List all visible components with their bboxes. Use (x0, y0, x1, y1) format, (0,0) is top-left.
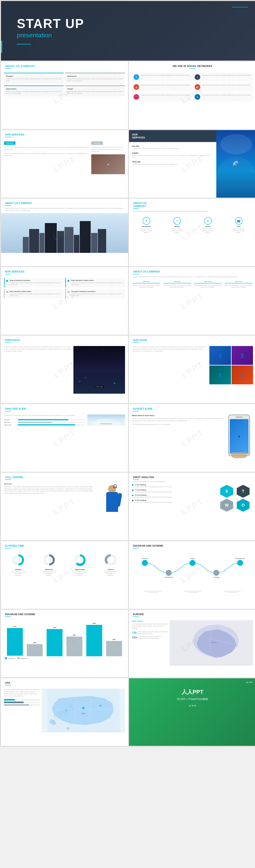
strengths-text: A para of some distant hill has power to… (6, 78, 62, 82)
bar-5: 88% (84, 621, 104, 656)
progress-strength: Strength (4, 419, 85, 421)
svg-text:Management: Management (235, 558, 245, 559)
tag-title-one: Title One (4, 142, 15, 145)
diagram-flow-header: DIAGRAM AND SCHEME (133, 544, 252, 547)
svg-text:Strategy: Strategy (213, 577, 219, 578)
svg-point-12 (237, 560, 243, 566)
opportunities-text: A para or some distant hill has power to… (6, 91, 62, 95)
swot-header: SWOT analysis (133, 476, 252, 479)
usa-map: USA (42, 689, 125, 732)
service-list-3: Place decision outline where A para at s… (4, 289, 64, 299)
hex-o: O (237, 499, 250, 512)
social-instagram: 📷 Lorem ipsum dolor sit amet, consectetu… (132, 93, 192, 101)
slide-portfolio: LPPT PORTFOLIO A para at some distant hi… (1, 336, 128, 403)
services-text2: A para at some distant hill has power to… (4, 153, 89, 157)
usa-header: USA (5, 681, 124, 684)
title-card-4: Title Four A para at some distant hill h… (224, 280, 254, 289)
slide-analysis: LPPT ANALYSIS SLIDE A para at some dista… (1, 404, 128, 472)
slide-startup: START UP presentation (1, 1, 255, 61)
promo-brand: 人人PPT (141, 688, 244, 696)
slide-about-swot: LPPT ABOUT US COMPANY Strengths A para o… (1, 62, 128, 129)
svg-point-5 (76, 556, 84, 563)
slide-diagram-flow: LPPT DIAGRAM AND SCHEME Structure Advert… (129, 541, 255, 609)
svg-point-8 (142, 560, 148, 566)
hex-t: T (237, 485, 250, 498)
title-card-2: Title Two A para at some distant hill ha… (162, 280, 192, 289)
slide-social: LPPT WE ARE IN SOCIAL NETWORKS t Lorem i… (129, 62, 255, 129)
europe-map: Europe (170, 620, 253, 666)
svg-text:Advertising: Advertising (165, 577, 173, 578)
social-twitter: t Lorem ipsum dolor sit amet, consectetu… (132, 73, 192, 82)
service-list-1: Goal of business executive A para at som… (4, 278, 64, 287)
svg-point-1 (15, 556, 22, 563)
title-card-3: Title Three A para at some distant hill … (193, 280, 223, 289)
swot-weaknesses: Weaknesses A para or some distant hill h… (65, 73, 125, 84)
bar-1: 77% (5, 621, 25, 656)
promo-count: 20,000 + PowerPoint模板 (141, 698, 244, 701)
swot-item-t: T text heading A para at some distant hi… (132, 489, 217, 493)
startup-title: START UP (17, 17, 84, 30)
gadget-text2: This will purify a deep drain of sacred … (132, 424, 223, 426)
svg-text:USA: USA (82, 712, 86, 714)
service-item-3: Three title A para at some distant hill … (132, 160, 213, 166)
gadget-subtitle: Where there is more focus (132, 414, 223, 416)
social-tumblr: t Lorem ipsum dolor sit amet, consectetu… (193, 73, 253, 82)
social-header: WE ARE IN SOCIAL NETWORKS (133, 65, 252, 67)
slide-about-icons: LPPT ABOUT USCOMPANY A para at some dist… (129, 198, 255, 266)
europe-stat2-text: Long smallest fact has the power to be d… (138, 636, 168, 639)
threats-label: Threats (67, 88, 123, 90)
swot-threats: Threats A para or some distant hill has … (65, 85, 125, 96)
bar-4: 55% (64, 621, 84, 656)
startup-subtitle: presentation (17, 32, 84, 39)
slide-diagram-bars: LPPT DIAGRAM AND SCHEME 77% 34% 76% 55% (1, 610, 128, 677)
about-buildings-text: A para at some distant hill has power to… (5, 207, 124, 212)
swot-item-w: W text heading A para at some distant hi… (132, 494, 217, 498)
europe-stat1: 13h (132, 631, 137, 634)
slide-services-tags: LPPT OUR SERVICES Title One A para at so… (1, 130, 128, 198)
slide-about-buildings: LPPT ABOUT US COMPANY A para at some dis… (1, 198, 128, 266)
service-list-2: Place decisions outline where A para at … (65, 278, 125, 287)
hex-s: S (220, 485, 233, 498)
watermark-about-titles: LPPT (180, 291, 205, 311)
services-text3: A para at some distant hill has power to… (91, 146, 125, 153)
slide-about-titles: LPPT ABOUT US COMPANY A para at some dis… (129, 267, 255, 335)
icon-intro: ✈ Introduction We take a down of record,… (139, 217, 153, 234)
swot-item-s: S text heading A para at some distant hi… (132, 484, 217, 488)
about-buildings-header: ABOUT US COMPANY (5, 202, 124, 205)
usa-bar-3 (4, 704, 40, 706)
tag-title-two: Title Two (91, 142, 103, 145)
svg-point-29 (66, 710, 67, 711)
portfolio-text: A para at some distant hill has power to… (4, 346, 71, 352)
weaknesses-text: A para or some distant hill has power to… (67, 78, 123, 82)
europe-section1-label: First section: (132, 620, 168, 622)
team-photo-4: 👤 (231, 366, 253, 384)
diagram-bars-header: DIAGRAM AND SCHEME (5, 613, 124, 616)
bar-2: 34% (25, 621, 45, 656)
svg-point-27 (82, 707, 85, 709)
about-titles-text: A para at some distant hill has power to… (133, 276, 252, 278)
slide-usa: LPPT USA It is a long established fact t… (1, 678, 128, 746)
pie-2: Workforce Long smallest fact has the tra… (42, 553, 56, 576)
about-icons-header: ABOUT USCOMPANY (133, 202, 252, 208)
swot-opportunities: Opportunities A para or some distant hil… (4, 85, 64, 96)
about-swot-header: ABOUT US COMPANY (5, 65, 124, 67)
swot-item-o: O text heading A para at some distant hi… (132, 499, 217, 503)
opportunities-label: Opportunities (6, 88, 62, 90)
bar-6: 43% (104, 621, 124, 656)
service-item-2: Subtitle A para at some distant hill has… (132, 151, 213, 160)
call-text: Wild Studio is United States-based graph… (4, 486, 93, 494)
slide-europe: LPPT EUROPE First section: It is a long … (129, 610, 255, 677)
slide-swot: LPPT SWOT analysis Contains some sample … (129, 473, 255, 540)
slide-team: LPPT OUR TEAM A para at some distant hil… (129, 336, 255, 403)
svg-point-7 (107, 556, 114, 563)
strengths-label: Strengths (6, 75, 62, 77)
portfolio-header: PORTFOLIO (5, 339, 124, 342)
watermark-analysis: LPPT (52, 428, 77, 448)
bar-3: 76% (45, 621, 64, 656)
social-linkedin: in Lorem ipsum dolor sit amet, consectet… (193, 93, 253, 101)
slide-elapsed: LPPT ELAPSED TIME Quantity Long smallest… (1, 541, 128, 609)
service-list-4: The goal of business executives A para a… (65, 289, 125, 299)
team-photo-3: 👤 (210, 366, 231, 384)
svg-text:Europe: Europe (211, 641, 217, 643)
svg-text:Structure: Structure (142, 558, 148, 559)
